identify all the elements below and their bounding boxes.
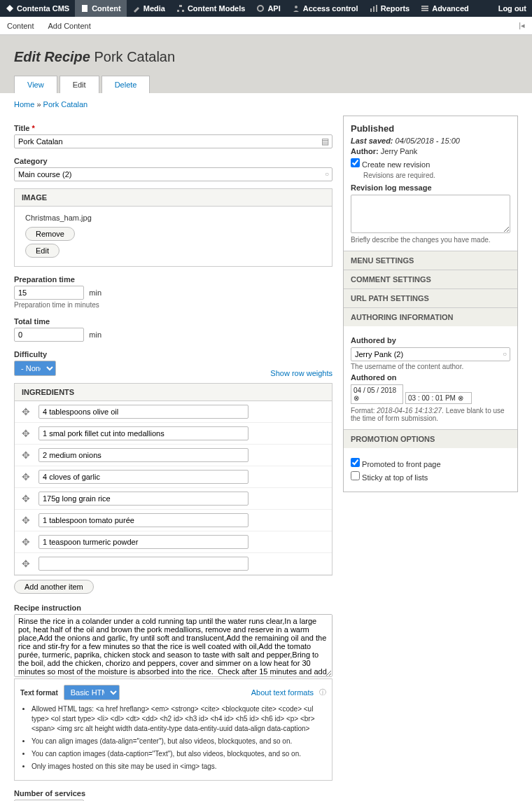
ingredients-head: INGREDIENTS <box>15 384 332 401</box>
nav-content[interactable]: Content <box>75 0 127 17</box>
add-ingredient-button[interactable]: Add another item <box>14 580 94 594</box>
tab-edit[interactable]: Edit <box>59 76 99 93</box>
authored-by-label: Authored by <box>351 336 510 344</box>
title-field-icon: ▤ <box>321 137 329 146</box>
svg-rect-3 <box>177 10 179 12</box>
show-row-weights-link[interactable]: Show row weights <box>270 369 332 377</box>
authored-time-input[interactable]: 03 : 00 : 01 PM ⊗ <box>405 392 472 404</box>
drag-handle-icon[interactable]: ✥ <box>20 493 31 504</box>
format-tip: Allowed HTML tags: <a href hreflang> <em… <box>31 704 326 734</box>
page-header: Edit Recipe Pork Catalan View Edit Delet… <box>0 35 532 93</box>
category-label: Category <box>14 157 332 165</box>
subnav-add-content[interactable]: Add Content <box>48 22 91 30</box>
about-text-formats-link[interactable]: About text formats <box>251 688 314 697</box>
total-time-input[interactable] <box>14 328 84 342</box>
revision-log-textarea[interactable] <box>351 195 510 233</box>
tab-delete[interactable]: Delete <box>102 76 150 93</box>
url-settings-toggle[interactable]: URL PATH SETTINGS <box>344 289 517 307</box>
drag-handle-icon[interactable]: ✥ <box>20 558 31 569</box>
authored-by-input[interactable] <box>351 347 510 361</box>
ingredients-fieldset: INGREDIENTS ✥✥✥✥✥✥✥✥ <box>14 383 332 576</box>
nav-advanced[interactable]: Advanced <box>415 0 475 17</box>
nav-access[interactable]: Access control <box>286 0 364 17</box>
svg-rect-10 <box>421 6 428 7</box>
brand-home[interactable]: Contenta CMS <box>0 0 75 17</box>
svg-rect-4 <box>182 10 184 12</box>
comment-settings-toggle[interactable]: COMMENT SETTINGS <box>344 270 517 288</box>
create-revision-checkbox[interactable] <box>351 158 360 167</box>
structure-icon <box>176 4 185 13</box>
logout-link[interactable]: Log out <box>493 0 532 17</box>
remove-image-button[interactable]: Remove <box>25 227 75 241</box>
promotion-options-toggle[interactable]: PROMOTION OPTIONS <box>344 430 517 448</box>
ingredient-input[interactable] <box>38 492 248 506</box>
svg-rect-11 <box>421 8 428 9</box>
sidebar: Published Last saved: 04/05/2018 - 15:00… <box>343 116 518 801</box>
drag-handle-icon[interactable]: ✥ <box>20 450 31 461</box>
menu-icon <box>421 4 429 13</box>
subnav-content[interactable]: Content <box>7 22 34 30</box>
drag-handle-icon[interactable]: ✥ <box>20 406 31 417</box>
ingredient-row: ✥ <box>15 401 332 423</box>
nav-api[interactable]: API <box>251 0 286 17</box>
title-label: Title * <box>14 124 332 132</box>
autocomplete-icon: ○ <box>325 170 329 178</box>
ingredient-input[interactable] <box>38 535 248 549</box>
toolbar-toggle-icon[interactable]: |◂ <box>519 21 525 30</box>
nav-media[interactable]: Media <box>127 0 171 17</box>
image-fieldset-head: IMAGE <box>15 189 332 207</box>
ingredient-row: ✥ <box>15 445 332 466</box>
ingredient-input[interactable] <box>38 426 248 440</box>
ingredient-input[interactable] <box>38 405 248 419</box>
authored-date-input[interactable]: 04 / 05 / 2018 ⊗ <box>351 384 403 404</box>
services-label: Number of services <box>14 789 332 797</box>
ingredient-row: ✥ <box>15 488 332 510</box>
tab-view[interactable]: View <box>14 76 57 93</box>
prep-time-input[interactable] <box>14 286 84 300</box>
instruction-label: Recipe instruction <box>14 604 332 612</box>
ingredient-input[interactable] <box>38 448 248 462</box>
ingredient-input[interactable] <box>38 513 248 527</box>
nav-reports[interactable]: Reports <box>364 0 416 17</box>
text-format-box: Text format Basic HTML About text format… <box>14 678 332 781</box>
drag-handle-icon[interactable]: ✥ <box>20 471 31 482</box>
difficulty-label: Difficulty <box>14 350 332 358</box>
svg-rect-12 <box>421 10 428 11</box>
sticky-checkbox[interactable] <box>351 471 360 480</box>
drag-handle-icon[interactable]: ✥ <box>20 536 31 548</box>
main-form: Title * ▤ Category ○ IMAGE Christmas_ham… <box>14 116 332 801</box>
instruction-textarea[interactable] <box>14 614 332 677</box>
breadcrumb-current[interactable]: Pork Catalan <box>43 100 88 109</box>
user-icon <box>292 4 300 13</box>
help-icon: ⓘ <box>319 688 326 697</box>
drag-handle-icon[interactable]: ✥ <box>20 515 31 526</box>
svg-rect-9 <box>376 5 377 12</box>
breadcrumb-home[interactable]: Home <box>14 100 34 109</box>
promoted-checkbox[interactable] <box>351 458 360 467</box>
format-tip: You can align images (data-align="center… <box>31 737 326 746</box>
authoring-info-toggle[interactable]: AUTHORING INFORMATION <box>344 308 517 326</box>
page-title: Edit Recipe Pork Catalan <box>14 49 518 65</box>
published-heading: Published <box>351 123 510 134</box>
secondary-toolbar: Content Add Content |◂ <box>0 17 532 35</box>
ingredient-row: ✥ <box>15 553 332 575</box>
prep-time-help: Preparation time in minutes <box>14 301 332 309</box>
svg-rect-8 <box>373 6 374 12</box>
ingredient-row: ✥ <box>15 423 332 445</box>
ingredient-input[interactable] <box>38 557 248 571</box>
autocomplete-icon: ○ <box>503 350 507 358</box>
drag-handle-icon[interactable]: ✥ <box>20 428 31 439</box>
ingredient-input[interactable] <box>38 470 248 484</box>
wrench-icon <box>132 4 141 13</box>
title-input[interactable] <box>14 134 332 148</box>
edit-image-button[interactable]: Edit <box>25 244 59 258</box>
svg-marker-0 <box>6 5 13 12</box>
category-input[interactable] <box>14 167 332 181</box>
revision-log-label: Revision log message <box>351 183 510 192</box>
nav-models[interactable]: Content Models <box>171 0 251 17</box>
text-format-select[interactable]: Basic HTML <box>64 685 120 700</box>
menu-settings-toggle[interactable]: MENU SETTINGS <box>344 251 517 270</box>
difficulty-select[interactable]: - None - <box>14 361 56 376</box>
svg-rect-7 <box>370 8 372 12</box>
ingredient-row: ✥ <box>15 466 332 488</box>
